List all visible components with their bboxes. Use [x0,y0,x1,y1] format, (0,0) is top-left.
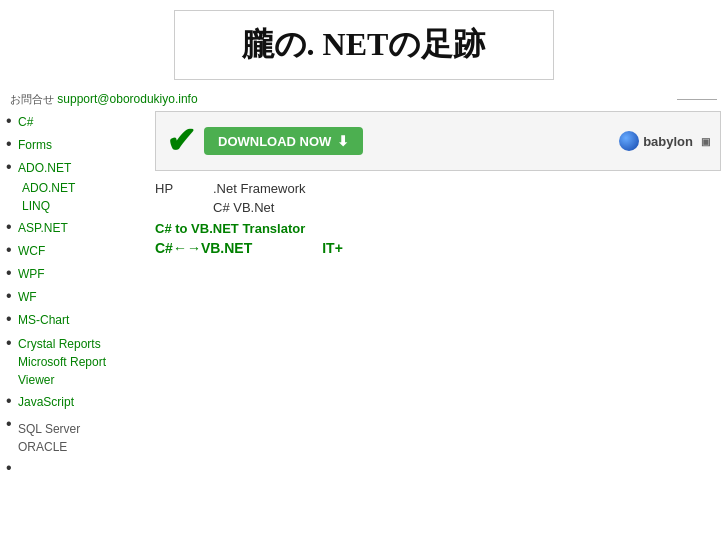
sidebar-item-csharp[interactable]: C# [6,111,145,134]
checkmark-icon: ✔ [166,120,196,162]
main-layout: C# Forms ADO.NET ADO.NET LINQ ASP.NET WC… [0,111,727,470]
sidebar-item-mschart[interactable]: MS-Chart [6,309,145,332]
content-area: ✔ DOWNLOAD NOW ⬇ babylon ▣ HP .Net Frame… [151,111,721,470]
download-arrow-icon: ⬇ [337,133,349,149]
top-bar: お問合せ support@oborodukiyo.info [0,88,727,111]
sidebar: C# Forms ADO.NET ADO.NET LINQ ASP.NET WC… [6,111,151,470]
header-banner: 朧の. NETの足跡 [0,0,727,88]
content-row-1: HP .Net Framework [155,179,721,198]
sidebar-link-oracle[interactable]: ORACLE [18,438,145,456]
csharp-vbnet-translator-link[interactable]: C# to VB.NET Translator [155,221,721,236]
banner-title: 朧の. NETの足跡 [242,23,486,67]
download-label: DOWNLOAD NOW [218,134,331,149]
row2-value: C# VB.Net [213,200,274,215]
email-link[interactable]: support@oborodukiyo.info [57,92,197,106]
sidebar-link-linq[interactable]: LINQ [18,197,145,215]
sidebar-link-crystal[interactable]: Crystal Reports [18,335,145,353]
row1-label: HP [155,181,205,196]
babylon-label: babylon [643,134,693,149]
top-divider-line [677,99,717,100]
sidebar-link-wpf[interactable]: WPF [18,265,145,284]
sidebar-link-csharp[interactable]: C# [18,113,145,132]
download-now-button[interactable]: DOWNLOAD NOW ⬇ [204,127,363,155]
ad-close-icon[interactable]: ▣ [701,136,710,147]
sidebar-item-adonet[interactable]: ADO.NET ADO.NET LINQ [6,157,145,216]
row2-label [155,200,205,215]
sidebar-link-mschart[interactable]: MS-Chart [18,311,145,330]
sidebar-link-wcf[interactable]: WCF [18,242,145,261]
sidebar-item-forms[interactable]: Forms [6,134,145,157]
sidebar-item-blank4 [6,466,145,470]
row1-value: .Net Framework [213,181,305,196]
sidebar-link-javascript[interactable]: JavaScript [18,393,145,412]
content-row-2: C# VB.Net [155,198,721,217]
sidebar-item-reports[interactable]: Crystal Reports Microsoft Report Viewer [6,333,145,391]
sidebar-item-wf[interactable]: WF [6,286,145,309]
sidebar-item-aspnet[interactable]: ASP.NET [6,217,145,240]
sidebar-link-forms[interactable]: Forms [18,136,145,155]
banner-box: 朧の. NETの足跡 [174,10,554,80]
sidebar-item-wpf[interactable]: WPF [6,263,145,286]
sidebar-link-adonet-main[interactable]: ADO.NET [18,159,145,178]
sidebar-link-sqlserver[interactable]: SQL Server [18,420,145,438]
sidebar-item-sql: SQL Server ORACLE [6,418,145,458]
ad-box: ✔ DOWNLOAD NOW ⬇ babylon ▣ [155,111,721,171]
sidebar-link-reportviewer[interactable]: Microsoft Report Viewer [18,353,145,389]
babylon-globe-icon [619,131,639,151]
email-label: お問合せ [10,93,54,105]
babylon-brand: babylon ▣ [619,131,710,151]
email-section: お問合せ support@oborodukiyo.info [10,92,198,107]
sidebar-item-wcf[interactable]: WCF [6,240,145,263]
sidebar-link-wf[interactable]: WF [18,288,145,307]
sidebar-item-javascript[interactable]: JavaScript [6,391,145,414]
sidebar-link-adonet[interactable]: ADO.NET [18,179,145,197]
csharp-vbnet-link2[interactable]: C#←→VB.NET IT+ [155,240,721,258]
sidebar-link-aspnet[interactable]: ASP.NET [18,219,145,238]
